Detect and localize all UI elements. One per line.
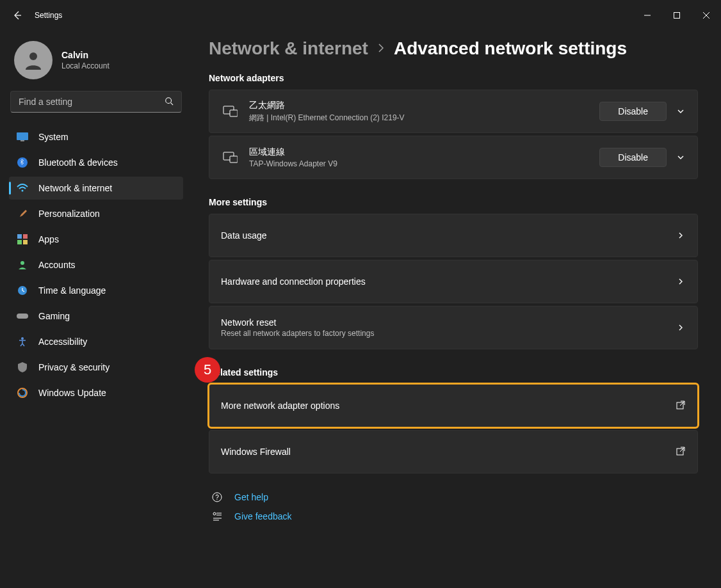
external-link-icon bbox=[676, 446, 686, 458]
breadcrumb-parent[interactable]: Network & internet bbox=[209, 38, 368, 59]
nav-label: Accessibility bbox=[38, 337, 87, 347]
nav-label: Time & language bbox=[38, 285, 106, 296]
section-title: More settings bbox=[209, 197, 698, 207]
search-input[interactable] bbox=[19, 97, 165, 107]
wifi-icon bbox=[17, 182, 28, 194]
svg-point-24 bbox=[213, 513, 216, 515]
card-title: Data usage bbox=[221, 230, 676, 241]
svg-rect-7 bbox=[17, 234, 22, 239]
page-title: Advanced network settings bbox=[394, 38, 627, 59]
chevron-down-icon[interactable] bbox=[676, 107, 686, 116]
chevron-right-icon bbox=[676, 231, 686, 240]
section-more: More settings Data usage Hardware and co… bbox=[209, 197, 698, 349]
nav-label: Gaming bbox=[38, 311, 70, 321]
svg-rect-17 bbox=[230, 110, 238, 116]
nav-network[interactable]: Network & internet bbox=[9, 177, 183, 200]
svg-point-11 bbox=[20, 261, 24, 265]
adapter-sub: 網路 | Intel(R) Ethernet Connection (2) I2… bbox=[249, 113, 599, 123]
nav-time[interactable]: Time & language bbox=[9, 279, 183, 302]
back-button[interactable] bbox=[12, 10, 23, 21]
nav-apps[interactable]: Apps bbox=[9, 228, 183, 251]
user-name: Calvin bbox=[61, 50, 109, 60]
main-content: Network & internet Advanced network sett… bbox=[192, 31, 721, 588]
search-box[interactable] bbox=[10, 91, 182, 113]
accessibility-icon bbox=[17, 336, 28, 347]
svg-point-1 bbox=[29, 52, 37, 60]
card-title: More network adapter options bbox=[221, 401, 676, 411]
link-text: Get help bbox=[234, 492, 268, 502]
nav-accounts[interactable]: Accounts bbox=[9, 253, 183, 276]
nav-update[interactable]: Windows Update bbox=[9, 381, 183, 404]
brush-icon bbox=[17, 208, 28, 219]
help-links: ? Get help Give feedback bbox=[209, 491, 698, 522]
nav: System Bluetooth & devices Network & int… bbox=[9, 125, 183, 404]
svg-point-6 bbox=[22, 190, 24, 192]
bluetooth-icon bbox=[17, 157, 28, 168]
svg-rect-8 bbox=[23, 234, 28, 239]
svg-rect-10 bbox=[23, 240, 28, 244]
adapter-sub: TAP-Windows Adapter V9 bbox=[249, 159, 599, 168]
close-button[interactable] bbox=[692, 5, 721, 26]
ethernet-icon bbox=[221, 105, 239, 118]
minimize-button[interactable] bbox=[633, 5, 662, 26]
breadcrumb: Network & internet Advanced network sett… bbox=[209, 38, 698, 59]
nav-label: Network & internet bbox=[38, 183, 112, 193]
chevron-right-icon bbox=[676, 277, 686, 286]
feedback-icon bbox=[211, 511, 224, 522]
section-title: Network adapters bbox=[209, 73, 698, 83]
chevron-right-icon bbox=[676, 323, 686, 332]
nav-label: Personalization bbox=[38, 209, 100, 219]
get-help-link[interactable]: ? Get help bbox=[211, 491, 698, 503]
section-adapters: Network adapters 乙太網路 網路 | Intel(R) Ethe… bbox=[209, 73, 698, 179]
svg-rect-19 bbox=[230, 156, 238, 163]
windows-firewall-card[interactable]: Windows Firewall bbox=[209, 430, 698, 473]
link-text: Give feedback bbox=[234, 511, 292, 521]
nav-label: Apps bbox=[38, 234, 59, 244]
give-feedback-link[interactable]: Give feedback bbox=[211, 511, 698, 522]
nav-personalization[interactable]: Personalization bbox=[9, 202, 183, 225]
svg-rect-0 bbox=[674, 13, 680, 19]
card-title: Network reset bbox=[221, 317, 676, 328]
card-sub: Reset all network adapters to factory se… bbox=[221, 329, 676, 338]
svg-text:?: ? bbox=[215, 494, 219, 501]
external-link-icon bbox=[676, 400, 686, 412]
ethernet-icon bbox=[221, 151, 239, 164]
disable-button[interactable]: Disable bbox=[599, 102, 667, 121]
app-title: Settings bbox=[35, 11, 62, 20]
user-icon bbox=[17, 259, 28, 271]
chevron-right-icon bbox=[377, 42, 385, 56]
card-title: Windows Firewall bbox=[221, 447, 676, 457]
section-title: Related settings bbox=[209, 367, 698, 377]
titlebar: Settings bbox=[0, 0, 721, 31]
adapter-card-ethernet[interactable]: 乙太網路 網路 | Intel(R) Ethernet Connection (… bbox=[209, 90, 698, 133]
monitor-icon bbox=[17, 131, 28, 143]
help-icon: ? bbox=[211, 491, 224, 503]
hardware-properties-card[interactable]: Hardware and connection properties bbox=[209, 260, 698, 303]
nav-gaming[interactable]: Gaming bbox=[9, 305, 183, 328]
network-reset-card[interactable]: Network reset Reset all network adapters… bbox=[209, 306, 698, 349]
chevron-down-icon[interactable] bbox=[676, 153, 686, 162]
nav-system[interactable]: System bbox=[9, 125, 183, 148]
nav-label: Windows Update bbox=[38, 388, 106, 398]
nav-bluetooth[interactable]: Bluetooth & devices bbox=[9, 151, 183, 174]
maximize-button[interactable] bbox=[662, 5, 692, 26]
data-usage-card[interactable]: Data usage bbox=[209, 214, 698, 257]
more-adapter-options-card[interactable]: More network adapter options bbox=[209, 384, 698, 427]
avatar bbox=[14, 41, 53, 79]
svg-rect-9 bbox=[17, 240, 22, 244]
svg-rect-4 bbox=[20, 140, 24, 141]
update-icon bbox=[17, 387, 28, 399]
adapter-card-lan[interactable]: 區域連線 TAP-Windows Adapter V9 Disable bbox=[209, 136, 698, 179]
disable-button[interactable]: Disable bbox=[599, 148, 667, 167]
svg-rect-13 bbox=[17, 314, 28, 319]
step-badge: 5 bbox=[195, 357, 220, 383]
nav-accessibility[interactable]: Accessibility bbox=[9, 330, 183, 353]
svg-rect-3 bbox=[17, 132, 28, 140]
adapter-title: 區域連線 bbox=[249, 147, 599, 158]
user-block[interactable]: Calvin Local Account bbox=[9, 36, 183, 91]
nav-privacy[interactable]: Privacy & security bbox=[9, 356, 183, 379]
user-account-type: Local Account bbox=[61, 61, 109, 70]
sidebar: Calvin Local Account System Bluetooth & … bbox=[0, 31, 192, 588]
adapter-title: 乙太網路 bbox=[249, 100, 599, 111]
nav-label: Accounts bbox=[38, 260, 76, 270]
